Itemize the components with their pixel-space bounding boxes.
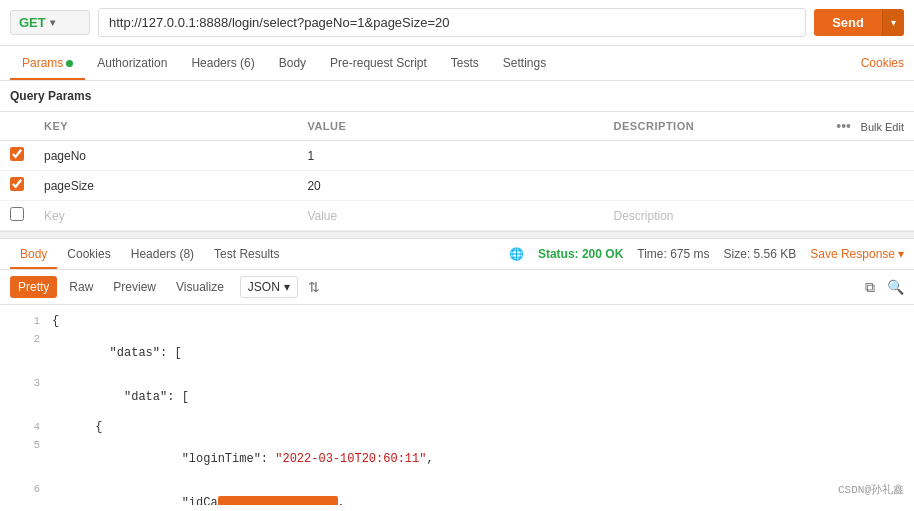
- format-dropdown[interactable]: JSON ▾: [240, 276, 298, 298]
- filter-icon[interactable]: ⇅: [308, 279, 320, 295]
- json-line-4: 4 {: [0, 419, 914, 437]
- json-line-6: 6 "idCa,: [0, 481, 914, 505]
- send-button-group: Send ▾: [814, 9, 904, 36]
- status-code: Status: 200 OK: [538, 247, 623, 261]
- empty-actions: [825, 201, 914, 231]
- format-tab-visualize[interactable]: Visualize: [168, 276, 232, 298]
- request-tabs: Params Authorization Headers (6) Body Pr…: [0, 46, 914, 81]
- empty-checkbox-cell: [0, 201, 34, 231]
- table-row: pageSize 20: [0, 171, 914, 201]
- method-label: GET: [19, 15, 46, 30]
- json-line-5: 5 "loginTime": "2022-03-10T20:60:11",: [0, 437, 914, 481]
- tab-settings[interactable]: Settings: [491, 46, 558, 80]
- row2-key: pageSize: [34, 171, 297, 201]
- row1-desc: [603, 141, 825, 171]
- tab-prerequest[interactable]: Pre-request Script: [318, 46, 439, 80]
- tab-headers[interactable]: Headers (6): [179, 46, 266, 80]
- row2-checkbox[interactable]: [10, 177, 24, 191]
- row2-desc: [603, 171, 825, 201]
- json-line-2: 2 "datas": [: [0, 331, 914, 375]
- row2-actions: [825, 171, 914, 201]
- json-line-1: 1 {: [0, 313, 914, 331]
- bulk-edit-button[interactable]: Bulk Edit: [861, 121, 904, 133]
- json-line-3: 3 "data": [: [0, 375, 914, 419]
- query-params-title: Query Params: [0, 81, 914, 112]
- row1-checkbox-cell: [0, 141, 34, 171]
- empty-value[interactable]: Value: [297, 201, 603, 231]
- search-icon[interactable]: 🔍: [887, 279, 904, 295]
- url-input[interactable]: [98, 8, 806, 37]
- table-row: pageNo 1: [0, 141, 914, 171]
- response-tabs: Body Cookies Headers (8) Test Results 🌐 …: [0, 239, 914, 270]
- params-dot: [66, 60, 73, 67]
- cookies-link[interactable]: Cookies: [861, 56, 904, 70]
- response-status-bar: 🌐 Status: 200 OK Time: 675 ms Size: 5.56…: [509, 247, 904, 261]
- format-row: Pretty Raw Preview Visualize JSON ▾ ⇅ ⧉ …: [0, 270, 914, 305]
- col-key-header: KEY: [34, 112, 297, 141]
- json-viewer[interactable]: 1 { 2 "datas": [ 3 "data": [ 4 { 5 "logi…: [0, 305, 914, 505]
- row1-actions: [825, 141, 914, 171]
- response-size: Size: 5.56 KB: [724, 247, 797, 261]
- top-bar: GET ▾ Send ▾: [0, 0, 914, 46]
- redacted-1: [218, 496, 338, 505]
- format-dropdown-chevron-icon: ▾: [284, 280, 290, 294]
- section-divider: [0, 231, 914, 239]
- col-desc-header: DESCRIPTION: [603, 112, 825, 141]
- format-dropdown-label: JSON: [248, 280, 280, 294]
- method-chevron-icon: ▾: [50, 17, 55, 28]
- format-tab-preview[interactable]: Preview: [105, 276, 164, 298]
- save-response-chevron-icon: ▾: [898, 247, 904, 261]
- empty-checkbox[interactable]: [10, 207, 24, 221]
- globe-icon: 🌐: [509, 247, 524, 261]
- tab-body[interactable]: Body: [267, 46, 318, 80]
- tab-params[interactable]: Params: [10, 46, 85, 80]
- row2-value: 20: [297, 171, 603, 201]
- col-value-header: VALUE: [297, 112, 603, 141]
- more-options-button[interactable]: •••: [836, 118, 851, 134]
- send-button[interactable]: Send: [814, 9, 882, 36]
- row1-value: 1: [297, 141, 603, 171]
- method-selector[interactable]: GET ▾: [10, 10, 90, 35]
- row1-key: pageNo: [34, 141, 297, 171]
- format-tab-pretty[interactable]: Pretty: [10, 276, 57, 298]
- col-actions-header: ••• Bulk Edit: [825, 112, 914, 141]
- send-dropdown-button[interactable]: ▾: [882, 9, 904, 36]
- params-table: KEY VALUE DESCRIPTION ••• Bulk Edit page…: [0, 112, 914, 231]
- col-checkbox: [0, 112, 34, 141]
- format-tab-raw[interactable]: Raw: [61, 276, 101, 298]
- save-response-button[interactable]: Save Response ▾: [810, 247, 904, 261]
- response-tab-body[interactable]: Body: [10, 239, 57, 269]
- empty-key[interactable]: Key: [34, 201, 297, 231]
- watermark: CSDN@孙礼鑫: [838, 482, 904, 497]
- tab-authorization[interactable]: Authorization: [85, 46, 179, 80]
- tab-tests[interactable]: Tests: [439, 46, 491, 80]
- copy-icon[interactable]: ⧉: [865, 279, 875, 296]
- response-time: Time: 675 ms: [637, 247, 709, 261]
- row1-checkbox[interactable]: [10, 147, 24, 161]
- response-tab-headers[interactable]: Headers (8): [121, 239, 204, 269]
- response-tab-cookies[interactable]: Cookies: [57, 239, 120, 269]
- response-tab-test-results[interactable]: Test Results: [204, 239, 289, 269]
- table-row-empty: Key Value Description: [0, 201, 914, 231]
- row2-checkbox-cell: [0, 171, 34, 201]
- empty-desc[interactable]: Description: [603, 201, 825, 231]
